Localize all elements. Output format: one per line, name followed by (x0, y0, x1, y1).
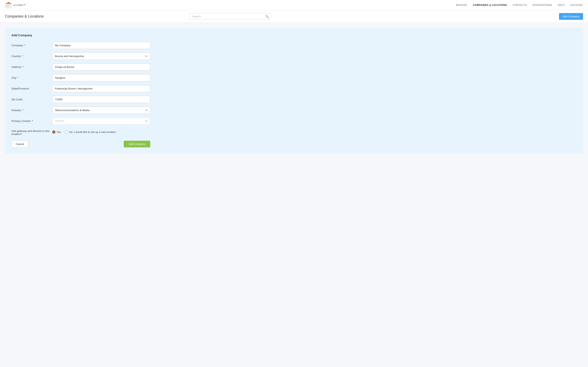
primary-contact-control: •••••••••• (52, 117, 150, 125)
address-control (52, 63, 150, 71)
logo-text: in a Box™ (13, 3, 26, 7)
address-input[interactable] (52, 63, 150, 71)
industry-field-row: Industry: * Telecommunications & Media T… (11, 107, 577, 114)
country-field-row: Country: * Bosnia and Herzegovina United… (11, 53, 577, 60)
country-control: Bosnia and Herzegovina United States Uni… (52, 53, 150, 60)
company-field-row: Company: * (11, 42, 577, 49)
zip-field-row: Zip Code: (11, 96, 577, 103)
gateway-no-text: No, I would like to set up a new locatio… (69, 131, 116, 133)
gateway-yes-label[interactable]: Yes (52, 131, 61, 133)
company-input[interactable] (52, 42, 150, 49)
primary-contact-field-row: Primary Contact: * •••••••••• (11, 117, 577, 125)
svg-text:I: I (6, 5, 6, 6)
nav-help[interactable]: HELP (558, 4, 564, 7)
svg-text:o: o (7, 5, 8, 6)
gateway-no-radio[interactable] (65, 131, 68, 133)
company-label: Company: * (11, 44, 52, 47)
state-label: State/Province: (11, 87, 52, 90)
city-label: City: * (11, 76, 52, 79)
search-button[interactable]: 🔍 (265, 15, 269, 18)
form-title: Add Company (11, 33, 577, 37)
cancel-button[interactable]: Cancel (11, 141, 28, 148)
country-label: Country: * (11, 55, 52, 58)
zip-input[interactable] (52, 96, 150, 103)
nav-companies[interactable]: COMPANIES & LOCATIONS (473, 4, 507, 7)
city-control (52, 74, 150, 81)
gateway-no-label[interactable]: No, I would like to set up a new locatio… (65, 131, 116, 133)
nav-manage[interactable]: MANAGE (456, 4, 467, 7)
search-icon: 🔍 (265, 15, 269, 18)
main-content: Add Company Company: * Country: * Bosnia… (0, 23, 588, 158)
submit-button[interactable]: Add Company (124, 141, 150, 147)
navbar: I o T in a Box™ MANAGE COMPANIES & LOCAT… (0, 0, 588, 10)
state-field-row: State/Province: (11, 85, 577, 92)
gateway-yes-radio[interactable] (52, 131, 55, 133)
state-control (52, 85, 150, 92)
address-field-row: Address: * (11, 63, 577, 71)
city-input[interactable] (52, 74, 150, 81)
nav-integrations[interactable]: INTEGRATIONS (533, 4, 552, 7)
industry-label: Industry: * (11, 109, 52, 112)
primary-contact-select[interactable]: •••••••••• (52, 117, 150, 125)
nav-links: MANAGE COMPANIES & LOCATIONS CONTACTS IN… (456, 4, 583, 7)
gateway-label: Add gateway and devices to this location… (11, 128, 52, 136)
industry-select[interactable]: Telecommunications & Media Technology He… (52, 107, 150, 114)
header-bar: Companies & Locations 🔍 Add Company (0, 10, 588, 23)
logo: I o T in a Box™ (5, 1, 26, 9)
logo-icon: I o T (5, 1, 12, 9)
industry-control: Telecommunications & Media Technology He… (52, 107, 150, 114)
gateway-control: Yes No, I would like to set up a new loc… (52, 131, 150, 133)
state-input[interactable] (52, 85, 150, 92)
city-field-row: City: * (11, 74, 577, 81)
page-title: Companies & Locations (5, 14, 44, 18)
nav-contacts[interactable]: CONTACTS (513, 4, 527, 7)
search-input[interactable] (189, 13, 271, 20)
gateway-field-row: Add gateway and devices to this location… (11, 128, 577, 136)
gateway-radio-group: Yes No, I would like to set up a new loc… (52, 131, 150, 133)
company-control (52, 42, 150, 49)
add-company-form-card: Add Company Company: * Country: * Bosnia… (5, 28, 583, 153)
search-container: 🔍 (189, 13, 271, 20)
gateway-yes-text: Yes (57, 131, 61, 133)
nav-account[interactable]: ACCOUNT (570, 4, 583, 7)
svg-marker-4 (6, 2, 12, 4)
zip-control (52, 96, 150, 103)
add-company-header-button[interactable]: Add Company (559, 13, 583, 20)
form-actions: Cancel Add Company (11, 141, 150, 148)
address-label: Address: * (11, 66, 52, 68)
country-select[interactable]: Bosnia and Herzegovina United States Uni… (52, 53, 150, 60)
zip-label: Zip Code: (11, 98, 52, 101)
primary-contact-label: Primary Contact: * (11, 119, 52, 123)
svg-text:T: T (8, 5, 9, 6)
